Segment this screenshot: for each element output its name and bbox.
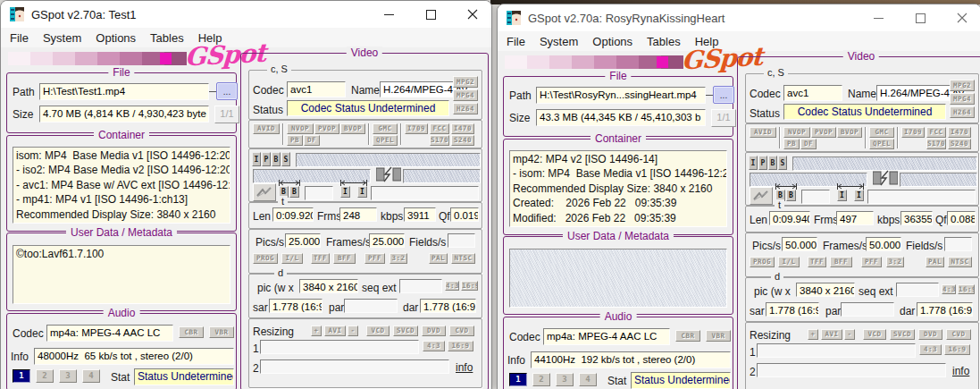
app-icon	[10, 7, 24, 21]
menu-file[interactable]: File	[499, 35, 532, 48]
dar-label: dar	[403, 301, 418, 314]
gop-structure-bar	[296, 153, 481, 167]
audio-info-field: 44100Hz 192 kb/s tot , stereo (2/0)	[531, 351, 731, 368]
video-codec-label: Codec	[750, 88, 781, 100]
file-group-label: File	[605, 70, 631, 82]
s240-button: S240	[948, 139, 971, 149]
menu-file[interactable]: File	[3, 31, 36, 45]
menu-system[interactable]: System	[532, 35, 585, 48]
b-frame-button: B	[272, 152, 281, 166]
menu-options[interactable]: Options	[585, 35, 640, 48]
s170-button: S170	[926, 139, 946, 149]
sar-label: sar	[750, 305, 765, 317]
sar-label: sar	[253, 301, 268, 314]
gradient-strip	[8, 52, 187, 65]
resizing-subgroup: Resizing + AVI - VCD SVCD DVD CVD 1 4:3 …	[248, 318, 482, 388]
info-link[interactable]: info	[456, 361, 473, 374]
magenta-block	[657, 56, 668, 68]
par-field	[841, 302, 894, 317]
menu-system[interactable]: System	[36, 31, 88, 45]
path-label: Path	[13, 86, 35, 98]
frames-label: Frames/s	[326, 236, 371, 249]
minimize-button[interactable]	[872, 12, 884, 24]
fcc-button: FCC	[926, 127, 946, 138]
audio-track-1[interactable]: 1	[509, 373, 527, 386]
app-icon	[507, 11, 521, 25]
audio-stat-label: Stat	[111, 371, 130, 384]
container-line: - isom: MP4 Base Media v1 [ISO 14496-12:…	[513, 166, 724, 181]
preview-icon	[253, 183, 276, 201]
resize-row2-field	[757, 363, 946, 377]
container-group-label: Container	[94, 129, 149, 141]
i-spacing-field	[371, 186, 479, 200]
window-title: GSpot v2.70a: RosyRynaKissingHeart	[528, 12, 725, 25]
container-line: - iso2: MP4 Base Media v2 [ISO 14496-12:…	[16, 163, 227, 177]
audio-track-1[interactable]: 1	[13, 369, 30, 383]
info-link[interactable]: info	[952, 365, 969, 377]
browse-button[interactable]: ...	[216, 82, 238, 100]
kbps-field: 3911	[404, 207, 436, 222]
page-indicator[interactable]: 1/1	[214, 106, 239, 123]
audio-codec-field: mp4a: MPEG-4 AAC LC	[543, 328, 670, 345]
aspect-43-button: 4:3	[942, 284, 956, 294]
video-codec-field: avc1	[783, 85, 842, 101]
pic-dims-label: pic (w x	[257, 282, 294, 294]
audio-group-label: Audio	[104, 307, 140, 319]
dar-field: 1.778 (16:9)	[420, 299, 476, 313]
kbps-field: 36355	[900, 211, 933, 225]
kbps-label: kbps	[877, 214, 900, 226]
page-indicator[interactable]: 1/1	[711, 109, 736, 127]
pff-button: PFF	[861, 257, 882, 267]
pics-label: Pics/s	[752, 240, 781, 252]
audio-info-label: Info	[11, 351, 29, 363]
s-frame-button: S	[778, 156, 787, 170]
avid-button: AVID	[253, 123, 280, 134]
aspect-43-button: 4:3	[445, 281, 459, 291]
i470-button: I470	[948, 127, 971, 138]
t-label: t	[775, 199, 784, 210]
b-spacing-field	[801, 190, 830, 204]
qf-label: Qf	[439, 210, 450, 223]
close-button[interactable]	[956, 12, 968, 24]
gmc-button: GMC	[869, 127, 894, 138]
d-label: d	[274, 267, 287, 278]
resize-43-button: 4:3	[919, 344, 942, 355]
i-marker: I	[854, 190, 864, 201]
mpg2-button: MPG2	[453, 76, 478, 88]
path-field[interactable]: H:\Test\RosyRyn...ssingHeart.mp4	[536, 87, 706, 104]
bff-button: BFF	[333, 253, 356, 264]
b-frame-button: B	[768, 156, 777, 170]
dvd-button: DVD	[422, 326, 446, 336]
resize-row2-label: 2	[253, 362, 259, 375]
close-button[interactable]	[466, 8, 479, 21]
minimize-button[interactable]	[382, 8, 395, 21]
menu-options[interactable]: Options	[88, 31, 143, 45]
pff-button: PFF	[364, 253, 385, 264]
maximize-button[interactable]	[914, 12, 926, 24]
path-field[interactable]: H:\Test\Test1.mp4	[39, 83, 209, 100]
vbr-button: VBR	[706, 330, 731, 342]
nvop-button: NVOP	[783, 127, 810, 138]
codec-subgroup: c, S Codec avc1 Name H.264/MPEG-4 AVC St…	[745, 73, 979, 123]
gmc-button: GMC	[373, 123, 398, 134]
separator	[282, 123, 283, 145]
browse-button[interactable]: ...	[713, 86, 734, 104]
size-field: 43.3 MB (44,345 KB / 45,410,303 b	[536, 109, 706, 126]
vcd-button: VCD	[366, 326, 389, 336]
audio-track-2: 2	[532, 373, 550, 386]
fields-field	[448, 233, 475, 248]
container-line: Recommended Display Size: 3840 x 2160	[16, 207, 227, 222]
video-status-field: Codec Status Undetermined	[287, 100, 449, 116]
codec-subgroup: c, S Codec avc1 Name H.264/MPEG-4 AVC St…	[248, 70, 482, 120]
dvd-button: DVD	[918, 329, 942, 340]
menu-tables[interactable]: Tables	[143, 31, 191, 45]
maximize-button[interactable]	[424, 8, 437, 21]
menu-tables[interactable]: Tables	[640, 35, 688, 48]
vbr-button: VBR	[209, 326, 234, 338]
vcd-button: VCD	[863, 329, 886, 340]
seq-ext-label: seq ext	[859, 285, 893, 298]
cvd-button: CVD	[946, 329, 971, 340]
i709-button: I709	[901, 127, 925, 138]
cut-icon	[376, 166, 401, 185]
prog-button: PROG	[253, 253, 278, 264]
